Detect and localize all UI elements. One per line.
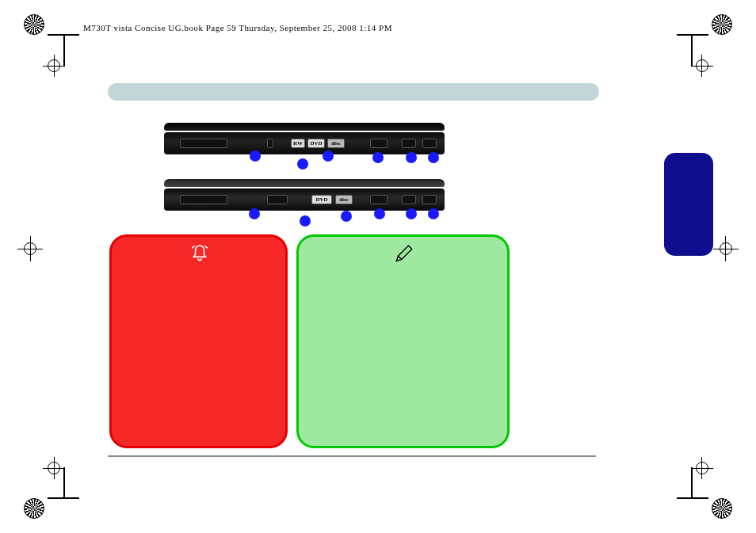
callout-dot-icon xyxy=(250,150,261,162)
callout-dot-icon xyxy=(406,152,417,163)
callout-dot-icon xyxy=(341,211,352,222)
callout-dot-icon xyxy=(297,158,308,169)
registration-mark-icon xyxy=(685,471,732,519)
note-box xyxy=(296,234,510,448)
svg-line-2 xyxy=(398,256,401,259)
port-label: DVD xyxy=(311,195,332,204)
svg-line-1 xyxy=(204,246,207,248)
pen-icon xyxy=(394,243,413,262)
svg-line-0 xyxy=(192,246,194,248)
section-tab xyxy=(664,153,713,256)
callout-dot-icon xyxy=(374,208,385,219)
laptop-side-view-bottom: DVD disc xyxy=(164,179,445,211)
callout-dot-icon xyxy=(300,215,311,227)
laptop-side-view-top: RW DVD disc xyxy=(164,123,445,154)
port-label: DVD xyxy=(307,139,325,148)
callout-dot-icon xyxy=(428,152,439,163)
horizontal-rule xyxy=(108,455,596,457)
callout-dot-icon xyxy=(428,208,439,219)
port-label: disc xyxy=(335,195,353,204)
bell-icon xyxy=(189,243,208,262)
callout-dot-icon xyxy=(323,150,334,162)
port-label: disc xyxy=(327,139,345,148)
callout-dot-icon xyxy=(249,208,260,219)
registration-mark-icon xyxy=(24,471,71,519)
warning-box xyxy=(109,234,288,448)
port-label: RW xyxy=(291,139,305,148)
callout-dot-icon xyxy=(372,152,384,163)
section-title-bar xyxy=(108,83,599,101)
page-header-text: M730T vista Concise UG.book Page 59 Thur… xyxy=(83,23,392,32)
callout-dot-icon xyxy=(406,208,417,219)
